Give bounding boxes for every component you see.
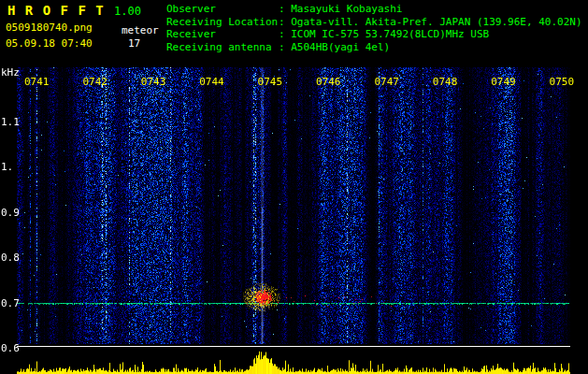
observation-datetime: 05.09.18 07:40	[6, 37, 93, 50]
info-label: Receiving Location	[166, 16, 279, 29]
info-separator: :	[279, 41, 291, 53]
info-row: Receiving antenna: A504HB(yagi 4el)	[166, 41, 582, 54]
info-value: A504HB(yagi 4el)	[291, 41, 390, 53]
mode-label: meteor	[122, 24, 159, 36]
info-label: Observer	[166, 3, 279, 16]
info-row: Receiving Location: Ogata-vill. Akita-Pr…	[166, 16, 582, 29]
output-filename: 0509180740.png	[6, 22, 93, 34]
info-separator: :	[279, 3, 291, 15]
info-value: Ogata-vill. Akita-Pref. JAPAN (139.96E, …	[291, 16, 581, 28]
spectrogram-canvas	[17, 67, 570, 344]
info-label: Receiver	[166, 28, 279, 41]
separator-line	[17, 346, 570, 347]
app-version: 1.00	[114, 5, 141, 18]
app-title: H R O F F T	[7, 3, 105, 18]
signal-level-canvas	[17, 348, 570, 374]
info-label: Receiving antenna	[166, 41, 279, 54]
info-row: Receiver: ICOM IC-575 53.7492(8LCD)MHz U…	[166, 28, 582, 41]
echo-count: 17	[128, 37, 140, 50]
info-separator: :	[279, 28, 291, 40]
info-value: ICOM IC-575 53.7492(8LCD)MHz USB	[291, 28, 489, 40]
info-separator: :	[279, 16, 291, 28]
info-row: Observer: Masayuki Kobayashi	[166, 3, 582, 16]
station-info: Observer: Masayuki Kobayashi Receiving L…	[166, 3, 582, 53]
info-value: Masayuki Kobayashi	[291, 3, 402, 15]
y-axis-label: 1.	[1, 161, 13, 173]
hrofft-spectrogram-window: H R O F F T 1.00 0509180740.png meteor 0…	[0, 0, 588, 374]
